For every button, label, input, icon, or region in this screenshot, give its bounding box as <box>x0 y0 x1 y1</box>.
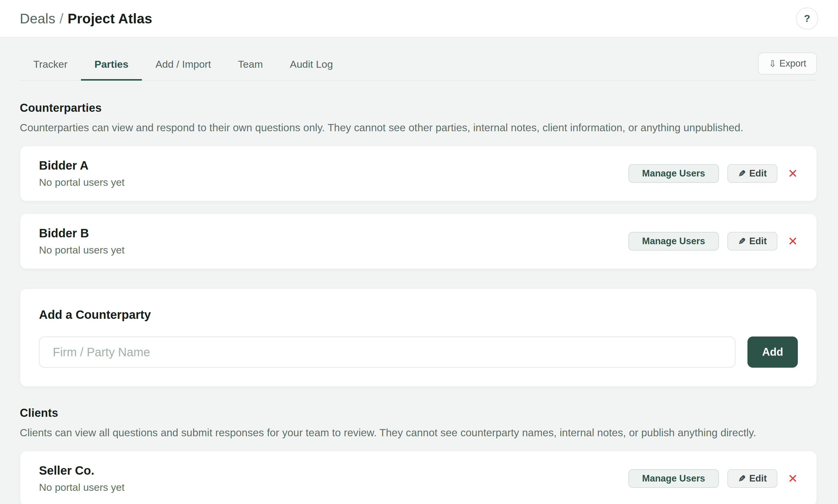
party-info: Bidder B No portal users yet <box>39 227 124 256</box>
counterparties-section-description: Counterparties can view and respond to t… <box>20 122 817 133</box>
add-counterparty-title: Add a Counterparty <box>39 308 798 322</box>
tab-team[interactable]: Team <box>225 51 276 80</box>
pencil-icon: ✎ <box>738 473 746 484</box>
party-actions: Manage Users ✎ Edit ✕ <box>628 469 798 488</box>
remove-party-icon[interactable]: ✕ <box>788 472 798 485</box>
add-counterparty-card: Add a Counterparty Add <box>20 288 817 387</box>
pencil-icon: ✎ <box>738 236 746 247</box>
party-card-bidder-b: Bidder B No portal users yet Manage User… <box>20 213 817 269</box>
question-mark-icon: ? <box>804 13 810 24</box>
tab-tracker[interactable]: Tracker <box>20 51 81 80</box>
pencil-icon: ✎ <box>738 168 746 179</box>
remove-party-icon[interactable]: ✕ <box>788 167 798 179</box>
top-header: Deals / Project Atlas ? <box>0 0 838 37</box>
clients-section-description: Clients can view all questions and submi… <box>20 427 817 439</box>
edit-button-label: Edit <box>749 236 767 247</box>
party-status: No portal users yet <box>39 482 124 493</box>
party-name: Bidder B <box>39 227 124 240</box>
edit-button-label: Edit <box>749 473 767 484</box>
breadcrumb-deals-link[interactable]: Deals <box>20 11 55 27</box>
tab-add-import[interactable]: Add / Import <box>142 51 224 80</box>
tab-bar: Tracker Parties Add / Import Team Audit … <box>20 51 817 80</box>
party-status: No portal users yet <box>39 177 124 188</box>
party-card-bidder-a: Bidder A No portal users yet Manage User… <box>20 146 817 201</box>
export-button-label: Export <box>779 58 806 69</box>
main-content: Tracker Parties Add / Import Team Audit … <box>0 51 838 504</box>
party-actions: Manage Users ✎ Edit ✕ <box>628 232 798 251</box>
edit-button-label: Edit <box>749 168 767 179</box>
party-name: Bidder A <box>39 159 124 172</box>
manage-users-button[interactable]: Manage Users <box>628 164 719 183</box>
edit-button[interactable]: ✎ Edit <box>727 469 778 488</box>
counterparties-section-title: Counterparties <box>20 102 817 114</box>
party-info: Seller Co. No portal users yet <box>39 464 124 493</box>
tabs: Tracker Parties Add / Import Team Audit … <box>20 51 346 80</box>
firm-party-name-input[interactable] <box>39 337 735 368</box>
manage-users-button[interactable]: Manage Users <box>628 469 719 488</box>
party-status: No portal users yet <box>39 244 124 256</box>
tab-parties[interactable]: Parties <box>81 51 142 80</box>
download-arrow-icon: ⇩ <box>769 58 776 69</box>
party-name: Seller Co. <box>39 464 124 477</box>
edit-button[interactable]: ✎ Edit <box>727 232 778 251</box>
breadcrumb: Deals / Project Atlas <box>20 11 152 27</box>
clients-section-title: Clients <box>20 407 817 419</box>
add-counterparty-form: Add <box>39 337 798 368</box>
help-button[interactable]: ? <box>796 7 818 30</box>
party-card-seller-co: Seller Co. No portal users yet Manage Us… <box>20 451 817 504</box>
edit-button[interactable]: ✎ Edit <box>727 164 778 183</box>
party-actions: Manage Users ✎ Edit ✕ <box>628 164 798 183</box>
breadcrumb-separator: / <box>60 11 64 27</box>
manage-users-button[interactable]: Manage Users <box>628 232 719 251</box>
remove-party-icon[interactable]: ✕ <box>788 235 798 247</box>
tab-audit-log[interactable]: Audit Log <box>276 51 347 80</box>
party-info: Bidder A No portal users yet <box>39 159 124 188</box>
page-title: Project Atlas <box>68 11 152 27</box>
export-button[interactable]: ⇩ Export <box>758 52 817 75</box>
add-button[interactable]: Add <box>748 337 798 368</box>
